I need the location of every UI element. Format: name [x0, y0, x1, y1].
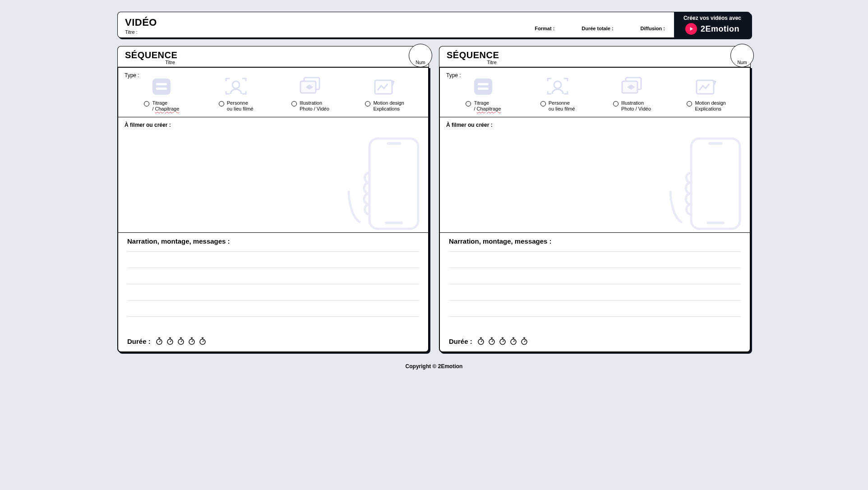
personne-icon: [546, 76, 569, 98]
video-meta: Format : Durée totale : Diffusion :: [535, 26, 665, 31]
narration-label: Narration, montage, messages :: [449, 237, 741, 245]
svg-rect-24: [706, 222, 725, 224]
timer-icon: [155, 337, 163, 345]
sequence-num-label: Num: [416, 60, 425, 65]
duration-row: Durée :: [118, 333, 428, 351]
radio-motion[interactable]: [365, 101, 370, 106]
format-label: Format :: [535, 26, 554, 31]
personne-icon: [224, 76, 248, 98]
type-option-personne: Personne ou lieu filmé: [524, 76, 591, 111]
narration-area: Narration, montage, messages :: [118, 232, 428, 333]
timer-icon: [166, 337, 174, 345]
titrage-icon: [151, 77, 172, 98]
type-option-motion: Motion design Explications: [351, 77, 419, 111]
svg-rect-22: [691, 139, 740, 229]
narration-area: Narration, montage, messages :: [440, 232, 750, 333]
radio-personne[interactable]: [540, 101, 546, 106]
illustration-icon: [298, 76, 323, 98]
radio-motion[interactable]: [687, 101, 692, 106]
svg-rect-8: [387, 142, 401, 145]
type-option-illustration: Illustration Photo / Vidéo: [598, 76, 666, 111]
brand-tagline: Créez vos vidéos avec: [683, 15, 741, 21]
motion-icon: [373, 77, 397, 98]
timer-icon: [199, 337, 207, 345]
type-option-label: Titrage / Chapitrage: [474, 100, 501, 111]
type-option-titrage: Titrage / Chapitrage: [128, 77, 195, 111]
type-options: Titrage / Chapitrage: [125, 76, 422, 111]
timer-icons: [477, 337, 528, 345]
type-option-label: Personne ou lieu filmé: [227, 100, 254, 111]
radio-titrage[interactable]: [144, 101, 149, 106]
brand-row: 2Emotion: [685, 23, 739, 35]
film-label: À filmer ou créer :: [125, 122, 422, 128]
sequence-body: Type : Titrage / Chapitrage: [439, 67, 751, 352]
brand-panel: Créez vos vidéos avec 2Emotion: [674, 12, 751, 38]
type-section: Type : Titrage / Chapitrage: [440, 68, 750, 117]
type-option-personne: Personne ou lieu filmé: [202, 76, 270, 111]
type-option-motion: Motion design Explications: [673, 77, 740, 111]
illustration-icon: [619, 76, 645, 98]
narration-lines: [127, 251, 419, 330]
duration-label: Durée :: [127, 337, 151, 345]
svg-rect-23: [708, 142, 723, 145]
header-row: VIDÉO Titre : Format : Durée totale : Di…: [117, 12, 751, 38]
narration-lines: [449, 251, 741, 330]
duree-totale-label: Durée totale :: [582, 26, 613, 31]
sequences-row: SÉQUENCE Titre Num Type :: [117, 46, 751, 352]
svg-rect-1: [156, 83, 167, 85]
radio-titrage[interactable]: [466, 101, 471, 106]
page: VIDÉO Titre : Format : Durée totale : Di…: [109, 12, 759, 383]
film-area: À filmer ou créer :: [440, 117, 750, 232]
type-option-label: Illustration Photo / Vidéo: [621, 100, 651, 111]
sequence-card: SÉQUENCE Titre Num Type :: [117, 46, 429, 352]
brand-logo-icon: [685, 23, 697, 35]
type-option-label: Illustration Photo / Vidéo: [300, 100, 329, 111]
video-header-card: VIDÉO Titre : Format : Durée totale : Di…: [117, 12, 674, 38]
type-section: Type : Titrage / Chapitrage: [118, 68, 428, 117]
type-option-label: Titrage / Chapitrage: [152, 100, 179, 111]
radio-personne[interactable]: [219, 101, 224, 106]
svg-rect-0: [152, 79, 171, 95]
film-label: À filmer ou créer :: [446, 122, 743, 128]
sequence-body: Type : Titrage / Chapitrage: [117, 67, 429, 352]
duration-label: Durée :: [449, 337, 472, 345]
sequence-header: SÉQUENCE Titre Num: [439, 46, 751, 67]
sequence-num-label: Num: [737, 60, 747, 65]
svg-rect-2: [156, 88, 167, 90]
timer-icon: [499, 337, 507, 345]
sequence-header: SÉQUENCE Titre Num: [117, 46, 429, 67]
sequence-card: SÉQUENCE Titre Num Type :: [439, 46, 751, 352]
type-options: Titrage / Chapitrage: [446, 76, 743, 111]
timer-icon: [188, 337, 196, 345]
sequence-heading: SÉQUENCE: [447, 50, 743, 60]
sequence-heading: SÉQUENCE: [125, 50, 421, 60]
timer-icon: [477, 337, 485, 345]
svg-point-3: [232, 81, 240, 88]
titrage-icon: [472, 77, 494, 98]
radio-illustration[interactable]: [291, 101, 297, 106]
svg-rect-17: [478, 88, 489, 90]
narration-label: Narration, montage, messages :: [127, 237, 419, 245]
type-option-label: Personne ou lieu filmé: [549, 100, 575, 111]
phone-hand-icon: [669, 137, 745, 232]
timer-icon: [509, 337, 517, 345]
svg-rect-9: [385, 222, 403, 224]
svg-rect-16: [478, 83, 489, 85]
duration-row: Durée :: [440, 333, 750, 351]
brand-name: 2Emotion: [701, 24, 739, 34]
type-option-illustration: Illustration Photo / Vidéo: [277, 76, 344, 111]
diffusion-label: Diffusion :: [641, 26, 665, 31]
film-area: À filmer ou créer :: [118, 117, 428, 232]
motion-icon: [695, 77, 718, 98]
timer-icons: [155, 337, 207, 345]
sequence-num-badge: Num: [409, 44, 432, 67]
timer-icon: [177, 337, 185, 345]
phone-hand-icon: [347, 137, 424, 232]
svg-rect-15: [474, 79, 492, 95]
type-option-titrage: Titrage / Chapitrage: [449, 77, 517, 111]
svg-point-18: [554, 81, 561, 88]
radio-illustration[interactable]: [613, 101, 619, 106]
sequence-num-badge: Num: [730, 44, 754, 67]
timer-icon: [520, 337, 528, 345]
svg-rect-7: [369, 139, 418, 229]
